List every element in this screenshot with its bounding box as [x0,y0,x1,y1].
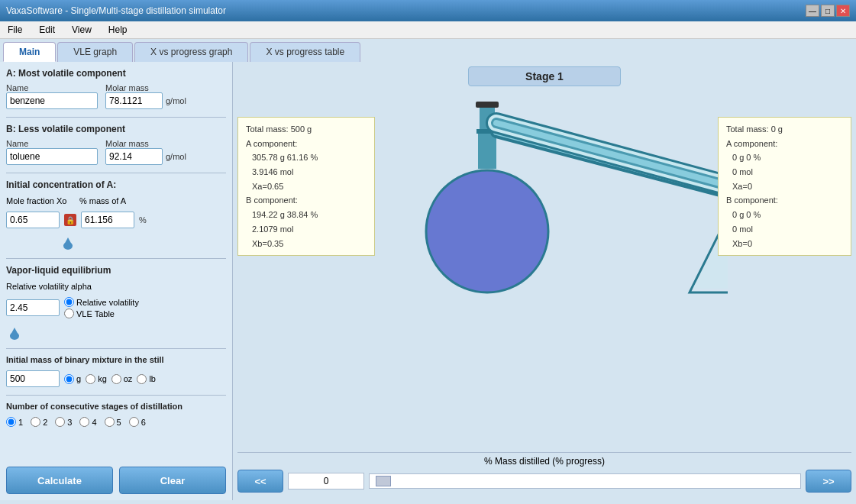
left-a-line3: Xa=0.65 [246,179,367,194]
stage-6[interactable]: 6 [129,417,146,427]
mass-unit-kg[interactable]: kg [86,374,107,384]
svg-marker-3 [10,328,19,336]
stages-group: 1 2 3 4 5 6 [6,417,226,427]
vle-water-drop-icon[interactable] [6,326,23,340]
calculate-button[interactable]: Calculate [6,467,113,494]
pct-mass-input[interactable] [81,212,134,228]
title-bar: VaxaSoftware - Single/Multi-stage distil… [0,0,856,21]
pct-mass-label: % mass of A [79,196,126,205]
stage-title: Stage 1 [468,66,621,86]
section-b-title: B: Less volatile component [6,124,125,134]
divider-3 [6,258,226,259]
window-title: VaxaSoftware - Single/Multi-stage distil… [6,5,226,16]
vle-radios: Relative volatility VLE Table [64,297,139,318]
progress-controls-row: << 0 >> [237,470,851,493]
rel-volatility-label: Relative volatility alpha [6,282,226,291]
conc-inputs-row: % [6,212,226,228]
molar-mass-label-a: Molar mass [105,83,159,92]
stage-5[interactable]: 5 [105,417,121,427]
apparatus-area: Total mass: 500 g A component: 305.78 g … [237,94,851,452]
menu-file[interactable]: File [3,23,27,37]
left-panel: A: Most volatile component Name Molar ma… [0,62,233,500]
menu-edit[interactable]: Edit [34,23,60,37]
molar-mass-a-input[interactable] [105,92,163,109]
section-b-fields: Name Molar mass g/mol [6,139,226,165]
name-a-group: Name [6,83,98,109]
conc-labels-row: Mole fraction Xo % mass of A [6,196,226,205]
vle-water-drop-area [6,326,226,342]
stage-3[interactable]: 3 [55,417,72,427]
molar-mass-a-unit: g/mol [166,96,186,105]
vle-row: Relative volatility VLE Table [6,297,226,318]
tab-xtable[interactable]: X vs progress table [250,42,360,62]
molar-b-group: Molar mass g/mol [105,139,186,165]
water-drop-icon[interactable] [60,236,76,250]
name-a-input[interactable] [6,92,98,109]
left-b-component: B component: [246,193,367,208]
vle-label: Vapor-liquid equilibrium [6,265,226,276]
initial-conc-label: Initial concentration of A: [6,179,226,190]
progress-scrollbar[interactable] [369,473,801,489]
name-label-b: Name [6,139,52,148]
clear-button[interactable]: Clear [119,467,226,494]
maximize-button[interactable]: □ [821,5,835,17]
right-b-line3: Xb=0 [726,237,843,251]
bottom-buttons: Calculate Clear [6,467,226,494]
rel-volatility-input[interactable] [6,299,60,316]
scrollbar-thumb[interactable] [376,476,391,486]
progress-label-row: % Mass distilled (% progress) [237,456,851,467]
info-box-right: Total mass: 0 g A component: 0 g 0 % 0 m… [718,117,851,256]
info-box-left: Total mass: 500 g A component: 305.78 g … [237,117,375,256]
lock-icon[interactable] [64,214,76,226]
title-bar-controls: — □ ✕ [806,5,850,17]
molar-mass-b-input[interactable] [105,148,163,165]
menu-view[interactable]: View [67,23,96,37]
right-b-line2: 0 mol [726,222,843,237]
pct-symbol: % [139,215,147,225]
progress-value: 0 [288,473,364,489]
section-b-label: B: Less volatile component [6,124,226,134]
mole-fraction-input[interactable] [6,212,60,228]
distillation-apparatus [361,94,728,323]
section-a-title: A: Most volatile component [6,68,126,79]
mass-unit-g[interactable]: g [64,374,81,384]
next-button[interactable]: >> [806,470,851,493]
tab-main[interactable]: Main [3,42,56,62]
close-button[interactable]: ✕ [836,5,850,17]
radio-vle-table[interactable]: VLE Table [64,309,139,318]
menu-bar: File Edit View Help [0,21,856,39]
mass-unit-lb[interactable]: lb [137,374,156,384]
molar-mass-label-b: Molar mass [105,139,159,148]
menu-help[interactable]: Help [104,23,132,37]
tabs-bar: Main VLE graph X vs progress graph X vs … [0,39,856,62]
name-b-group: Name [6,139,98,165]
stage-4[interactable]: 4 [79,417,96,427]
stage-2[interactable]: 2 [31,417,47,427]
prev-button[interactable]: << [237,470,283,493]
right-a-line1: 0 g 0 % [726,150,843,165]
name-b-input[interactable] [6,148,98,165]
mass-row: g kg oz lb [6,370,226,387]
water-drop-area [6,236,226,252]
left-total-mass: Total mass: 500 g [246,122,367,137]
minimize-button[interactable]: — [806,5,819,17]
radio-relative-volatility[interactable]: Relative volatility [64,297,139,307]
main-content: A: Most volatile component Name Molar ma… [0,62,856,500]
left-a-component: A component: [246,137,367,151]
right-a-line3: Xa=0 [726,179,843,194]
divider-1 [6,117,226,118]
stage-1[interactable]: 1 [6,417,23,427]
divider-5 [6,395,226,396]
initial-mass-label: Initial mass of binary mixture in the st… [6,355,226,364]
initial-mass-input[interactable] [6,370,60,387]
right-b-line1: 0 g 0 % [726,208,843,222]
tab-xprog[interactable]: X vs progress graph [134,42,248,62]
molar-a-group: Molar mass g/mol [105,83,186,109]
mole-fraction-label: Mole fraction Xo [6,196,75,205]
mass-unit-oz[interactable]: oz [111,374,133,384]
tab-vle[interactable]: VLE graph [57,42,133,62]
svg-marker-1 [63,237,73,246]
stage-title-area: Stage 1 [237,66,851,89]
svg-rect-4 [476,102,499,108]
section-a-label: A: Most volatile component [6,68,226,79]
